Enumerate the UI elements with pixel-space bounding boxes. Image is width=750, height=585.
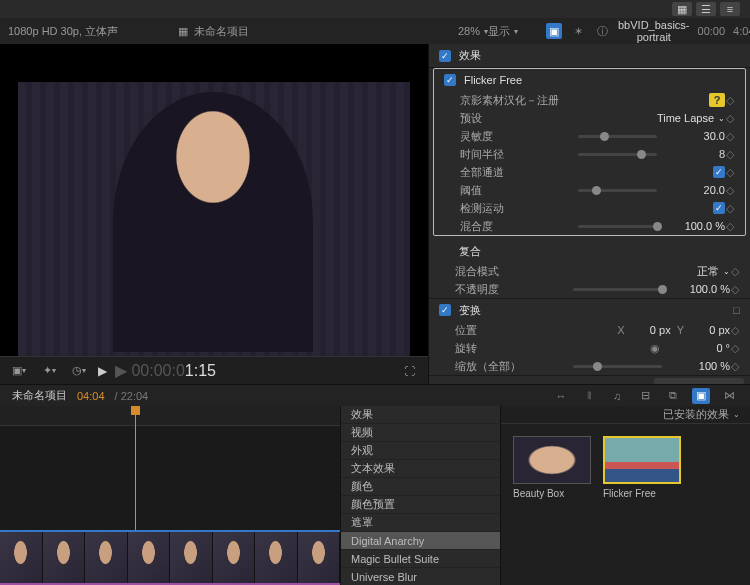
all-channels-label: 全部通道 xyxy=(460,165,570,180)
clip-thumb[interactable] xyxy=(255,532,298,583)
installed-effects-dropdown[interactable]: 已安装的效果 xyxy=(663,407,729,422)
category-item[interactable]: Magic Bullet Suite xyxy=(341,550,500,568)
reg-label: 京影素材汉化－注册 xyxy=(460,93,570,108)
timecode-display[interactable]: ▶ 00:00:01:15 xyxy=(115,361,216,380)
blend-label: 混合度 xyxy=(460,219,570,234)
viewer: ▣▾ ✦▾ ◷▾ ▶ ▶ 00:00:01:15 ⛶ xyxy=(0,44,428,384)
solo-icon[interactable]: ♫ xyxy=(608,388,626,404)
clip-thumb[interactable] xyxy=(43,532,86,583)
info-icon[interactable]: ⓘ xyxy=(594,23,610,39)
effect-item[interactable]: Beauty Box xyxy=(513,436,591,573)
project-icon: ▦ xyxy=(178,25,188,38)
opacity-slider[interactable] xyxy=(573,288,662,291)
timeline-header: 未命名项目 04:04 / 22:04 ↔ ⫴ ♫ ⊟ ⧉ ▣ ⋈ xyxy=(0,384,750,406)
category-item[interactable]: 遮罩 xyxy=(341,514,500,532)
transitions-browser-icon[interactable]: ⋈ xyxy=(720,388,738,404)
threshold-slider[interactable] xyxy=(578,189,657,192)
timeline[interactable] xyxy=(0,406,340,585)
pos-y-value[interactable]: 0 px xyxy=(690,324,730,336)
transform-title: 变换 xyxy=(459,303,481,318)
time-radius-value[interactable]: 8 xyxy=(665,148,725,160)
sensitivity-value[interactable]: 30.0 xyxy=(665,130,725,142)
effect-thumb[interactable] xyxy=(603,436,681,484)
fullscreen-icon[interactable]: ⛶ xyxy=(398,362,420,380)
opacity-value[interactable]: 100.0 % xyxy=(670,283,730,295)
flicker-title: Flicker Free xyxy=(464,74,522,86)
clip-title: bbVID_basics-portrait xyxy=(618,19,690,43)
sensitivity-slider[interactable] xyxy=(578,135,657,138)
category-item[interactable]: Universe Blur xyxy=(341,568,500,585)
layout-grid-icon[interactable]: ▦ xyxy=(672,2,692,16)
timeline-ruler[interactable] xyxy=(0,406,340,426)
view-options-icon[interactable]: ▣▾ xyxy=(8,362,30,380)
clip-thumb[interactable] xyxy=(298,532,341,583)
all-channels-checkbox[interactable]: ✓ xyxy=(713,166,725,178)
flicker-enable-checkbox[interactable]: ✓ xyxy=(444,74,456,86)
preset-dropdown[interactable]: Time Lapse⌄ xyxy=(657,112,725,124)
transform-reset-icon[interactable]: □ xyxy=(733,304,740,316)
clip-track[interactable] xyxy=(0,530,340,585)
effect-name: Beauty Box xyxy=(513,488,591,499)
blend-slider[interactable] xyxy=(578,225,657,228)
clip-thumb[interactable] xyxy=(85,532,128,583)
snap-icon[interactable]: ⊟ xyxy=(636,388,654,404)
skimming-icon[interactable]: ↔ xyxy=(552,388,570,404)
transform-checkbox[interactable]: ✓ xyxy=(439,304,451,316)
play-button[interactable]: ▶ xyxy=(98,364,107,378)
detect-motion-checkbox[interactable]: ✓ xyxy=(713,202,725,214)
viewer-header: 1080p HD 30p, 立体声 ▦ 未命名项目 28%▾ 显示▾ ▣ ✶ ⓘ… xyxy=(0,18,750,44)
effects-header: ✓ 效果 xyxy=(429,44,750,68)
zoom-control[interactable]: 28%▾ xyxy=(428,25,488,37)
category-item[interactable]: Digital Anarchy xyxy=(341,532,500,550)
blend-mode-dropdown[interactable]: 正常⌄ xyxy=(697,264,730,279)
preset-label: 预设 xyxy=(460,111,570,126)
composite-title: 复合 xyxy=(459,244,481,259)
category-item[interactable]: 颜色 xyxy=(341,478,500,496)
time-radius-slider[interactable] xyxy=(578,153,657,156)
rotation-label: 旋转 xyxy=(455,341,565,356)
wand-icon[interactable]: ✶ xyxy=(570,23,586,39)
scale-value[interactable]: 100 % xyxy=(670,360,730,372)
effect-item[interactable]: Flicker Free xyxy=(603,436,681,573)
scale-slider[interactable] xyxy=(573,365,662,368)
blend-mode-label: 混合模式 xyxy=(455,264,565,279)
effects-browser-icon[interactable]: ▣ xyxy=(692,388,710,404)
retime-tool-icon[interactable]: ◷▾ xyxy=(68,362,90,380)
transform-tool-icon[interactable]: ✦▾ xyxy=(38,362,60,380)
sensitivity-label: 灵敏度 xyxy=(460,129,570,144)
threshold-value[interactable]: 20.0 xyxy=(665,184,725,196)
layout-filmstrip-icon[interactable]: ≡ xyxy=(720,2,740,16)
clip-thumb[interactable] xyxy=(213,532,256,583)
audio-skim-icon[interactable]: ⫴ xyxy=(580,388,598,404)
display-menu[interactable]: 显示▾ xyxy=(488,24,538,39)
save-preset-button[interactable]: 存储效果预置 xyxy=(654,378,744,384)
inspector-panel: ✓ 效果 ✓ Flicker Free 京影素材汉化－注册 ? ◇ 预设 Tim… xyxy=(428,44,750,384)
index-icon[interactable]: ⧉ xyxy=(664,388,682,404)
effect-name: Flicker Free xyxy=(603,488,681,499)
category-item[interactable]: 外观 xyxy=(341,442,500,460)
category-item[interactable]: 文本效果 xyxy=(341,460,500,478)
opacity-label: 不透明度 xyxy=(455,282,565,297)
category-item[interactable]: 效果 xyxy=(341,406,500,424)
effects-checkbox[interactable]: ✓ xyxy=(439,50,451,62)
transform-section: ✓ 变换 □ 位置 X 0 px Y 0 px ◇ 旋转 ◉ 0 ° ◇ xyxy=(429,299,750,376)
viewer-canvas[interactable] xyxy=(18,82,410,356)
layout-list-icon[interactable]: ☰ xyxy=(696,2,716,16)
timeline-project[interactable]: 未命名项目 xyxy=(12,388,67,403)
scale-label: 缩放（全部） xyxy=(455,359,565,374)
clip-thumb[interactable] xyxy=(170,532,213,583)
blend-value[interactable]: 100.0 % xyxy=(665,220,725,232)
video-inspector-icon[interactable]: ▣ xyxy=(546,23,562,39)
rotation-value[interactable]: 0 ° xyxy=(670,342,730,354)
pos-x-value[interactable]: 0 px xyxy=(631,324,671,336)
effects-category-list: 效果 视频 外观 文本效果 颜色 颜色预置 遮罩 Digital Anarchy… xyxy=(340,406,500,585)
rotation-dial-icon[interactable]: ◉ xyxy=(650,342,660,355)
clip-thumb[interactable] xyxy=(0,532,43,583)
category-item[interactable]: 视频 xyxy=(341,424,500,442)
effect-thumb[interactable] xyxy=(513,436,591,484)
reg-badge-icon[interactable]: ? xyxy=(709,93,725,107)
effects-browser: 已安装的效果 ⌄ Beauty Box Flicker Free xyxy=(500,406,750,585)
project-name[interactable]: 未命名项目 xyxy=(194,24,249,39)
category-item[interactable]: 颜色预置 xyxy=(341,496,500,514)
clip-thumb[interactable] xyxy=(128,532,171,583)
